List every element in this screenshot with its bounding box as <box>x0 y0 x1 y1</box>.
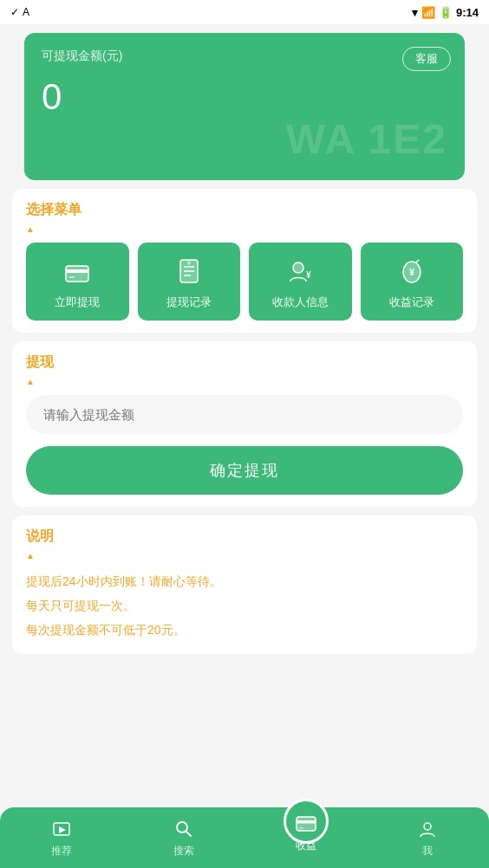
withdraw-arrow: ▲ <box>26 377 463 386</box>
note-item-0: 提现后24小时内到账！请耐心等待。 <box>26 569 463 593</box>
note-item-2: 每次提现金额不可低于20元。 <box>26 618 463 642</box>
withdraw-amount-input[interactable] <box>26 395 463 434</box>
nav-label-profile: 我 <box>422 844 433 858</box>
profile-icon <box>416 818 439 840</box>
svg-rect-16 <box>297 817 316 831</box>
wifi-icon: ▾ <box>412 6 418 19</box>
customer-service-button[interactable]: 客服 <box>402 47 451 71</box>
select-menu-section: 选择菜单 ▲ 立即提现 <box>12 189 477 333</box>
nav-item-recommend[interactable]: 推荐 <box>36 811 87 865</box>
menu-item-payee-label: 收款人信息 <box>272 295 329 310</box>
balance-label: 可提现金额(元) <box>42 49 447 64</box>
select-menu-arrow: ▲ <box>26 224 463 234</box>
svg-rect-2 <box>69 276 75 278</box>
header-card: 可提现金额(元) 0 客服 WA 1E2 <box>24 33 465 180</box>
svg-text:¥: ¥ <box>187 260 191 266</box>
main-content: ✓ A ▾ 📶 🔋 9:14 可提现金额(元) 0 客服 WA 1E2 选择菜单… <box>0 0 489 732</box>
svg-text:¥: ¥ <box>306 270 311 280</box>
balance-amount: 0 <box>42 76 447 118</box>
menu-item-history[interactable]: ¥ 提现记录 <box>138 243 241 321</box>
svg-line-15 <box>186 831 192 836</box>
select-menu-title: 选择菜单 <box>26 201 463 219</box>
notification-icon: ✓ <box>10 6 19 18</box>
payee-icon: ¥ <box>284 255 316 288</box>
battery-icon: 🔋 <box>439 6 453 19</box>
svg-rect-18 <box>299 827 303 829</box>
search-icon <box>173 818 195 840</box>
menu-item-earnings-label: 收益记录 <box>389 295 434 310</box>
confirm-withdraw-button[interactable]: 确定提现 <box>26 446 463 495</box>
nav-label-recommend: 推荐 <box>51 844 72 858</box>
signal-icon: 📶 <box>421 6 435 19</box>
menu-item-withdraw[interactable]: 立即提现 <box>26 243 129 321</box>
app-icon: A <box>23 6 29 18</box>
menu-item-payee[interactable]: ¥ 收款人信息 <box>249 243 352 321</box>
notes-list: 提现后24小时内到账！请耐心等待。每天只可提现一次。每次提现金额不可低于20元。 <box>26 569 463 642</box>
svg-marker-13 <box>59 826 66 833</box>
status-bar: ✓ A ▾ 📶 🔋 9:14 <box>0 0 489 24</box>
nav-item-search[interactable]: 搜索 <box>159 811 209 865</box>
status-right: ▾ 📶 🔋 9:14 <box>412 6 479 19</box>
menu-item-earnings[interactable]: ¥ 收益记录 <box>361 243 464 321</box>
recommend-icon <box>50 818 73 840</box>
status-left: ✓ A <box>10 6 29 18</box>
header-watermark: WA 1E2 <box>286 115 447 163</box>
note-item-1: 每天只可提现一次。 <box>26 593 463 618</box>
svg-rect-1 <box>66 269 88 273</box>
history-icon: ¥ <box>173 255 205 288</box>
withdraw-section: 提现 ▲ 确定提现 <box>12 341 477 507</box>
nav-label-search: 搜索 <box>173 844 194 858</box>
notes-arrow: ▲ <box>26 551 463 560</box>
time-display: 9:14 <box>456 6 479 19</box>
svg-point-8 <box>293 262 303 273</box>
bottom-navigation: 推荐 搜索 收益 我 <box>0 807 489 868</box>
withdraw-title: 提现 <box>26 353 463 372</box>
withdraw-icon <box>61 255 94 288</box>
svg-rect-17 <box>297 820 316 824</box>
notes-title: 说明 <box>26 528 463 546</box>
svg-text:¥: ¥ <box>409 267 415 277</box>
menu-item-history-label: 提现记录 <box>166 295 212 310</box>
menu-grid: 立即提现 ¥ 提现记录 <box>26 243 463 321</box>
svg-rect-0 <box>66 266 88 282</box>
nav-item-profile[interactable]: 我 <box>402 811 453 865</box>
svg-point-19 <box>424 823 431 830</box>
earnings-icon: ¥ <box>395 255 428 288</box>
nav-item-earnings[interactable]: 收益 <box>282 816 330 860</box>
notes-section: 说明 ▲ 提现后24小时内到账！请耐心等待。每天只可提现一次。每次提现金额不可低… <box>12 515 477 654</box>
menu-item-withdraw-label: 立即提现 <box>55 295 100 310</box>
